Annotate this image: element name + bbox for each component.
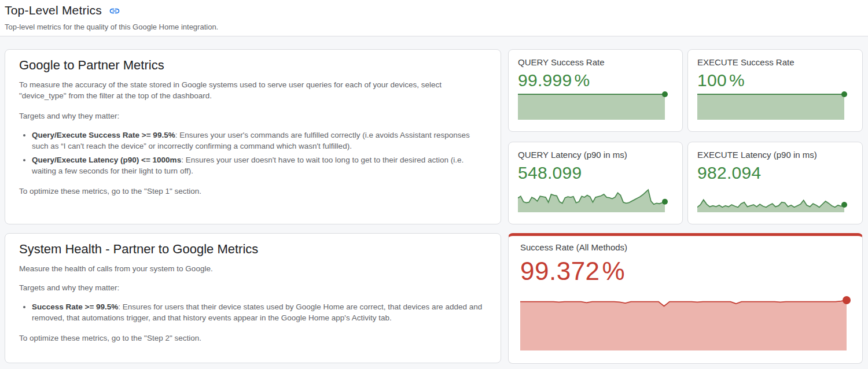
query-latency-sparkline[interactable]	[518, 183, 668, 212]
metric-label: EXECUTE Latency (p90 in ms)	[697, 150, 853, 160]
execute-success-rate-card[interactable]: EXECUTE Success Rate 100%	[687, 49, 863, 132]
targets-list: Success Rate >= 99.5%: Ensures for users…	[19, 301, 487, 323]
metric-label: Success Rate (All Methods)	[520, 242, 851, 252]
google-to-partner-card: Google to Partner Metrics To measure the…	[5, 49, 501, 224]
card-intro: Measure the health of calls from your sy…	[19, 263, 487, 274]
page-title: Top-Level Metrics	[5, 3, 102, 17]
query-success-rate-card[interactable]: QUERY Success Rate 99.999%	[508, 49, 683, 132]
success-rate-all-methods-card[interactable]: Success Rate (All Methods) 99.372%	[508, 233, 863, 364]
page-subtitle: Top-level metrics for the quality of thi…	[5, 23, 218, 31]
targets-label: Targets and why they matter:	[19, 282, 487, 293]
card-title: System Health - Partner to Google Metric…	[19, 242, 487, 257]
card-intro: To measure the accuracy of the state sto…	[19, 79, 487, 101]
list-item: Query/Execute Latency (p90) <= 1000ms: E…	[32, 154, 487, 176]
metric-value: 982.094	[697, 163, 853, 183]
targets-label: Targets and why they matter:	[19, 110, 487, 121]
metric-value: 548.099	[518, 163, 673, 183]
query-latency-card[interactable]: QUERY Latency (p90 in ms) 548.099	[508, 142, 683, 224]
section-link-icon[interactable]	[109, 5, 120, 17]
system-health-card: System Health - Partner to Google Metric…	[5, 233, 501, 363]
metric-value: 99.372%	[520, 257, 851, 286]
page-header: Top-Level Metrics Top-level metrics for …	[5, 3, 218, 31]
execute-latency-card[interactable]: EXECUTE Latency (p90 in ms) 982.094	[687, 142, 863, 224]
card-title: Google to Partner Metrics	[19, 58, 487, 73]
list-item: Query/Execute Success Rate >= 99.5%: Ens…	[32, 130, 487, 152]
execute-latency-sparkline[interactable]	[697, 183, 848, 212]
card-footer: To optimize these metrics, go to the "St…	[19, 333, 487, 344]
header-divider	[0, 36, 868, 36]
card-footer: To optimize these metrics, go to the "St…	[19, 186, 487, 197]
query-success-sparkline[interactable]	[518, 91, 668, 120]
list-item: Success Rate >= 99.5%: Ensures for users…	[32, 301, 487, 323]
targets-list: Query/Execute Success Rate >= 99.5%: Ens…	[19, 130, 487, 176]
all-methods-success-sparkline[interactable]	[520, 296, 851, 350]
metric-label: QUERY Success Rate	[518, 57, 673, 67]
metric-label: QUERY Latency (p90 in ms)	[518, 150, 673, 160]
metric-value: 100%	[697, 71, 853, 90]
execute-success-sparkline[interactable]	[697, 91, 848, 120]
metric-value: 99.999%	[518, 71, 673, 90]
metric-label: EXECUTE Success Rate	[697, 57, 853, 67]
